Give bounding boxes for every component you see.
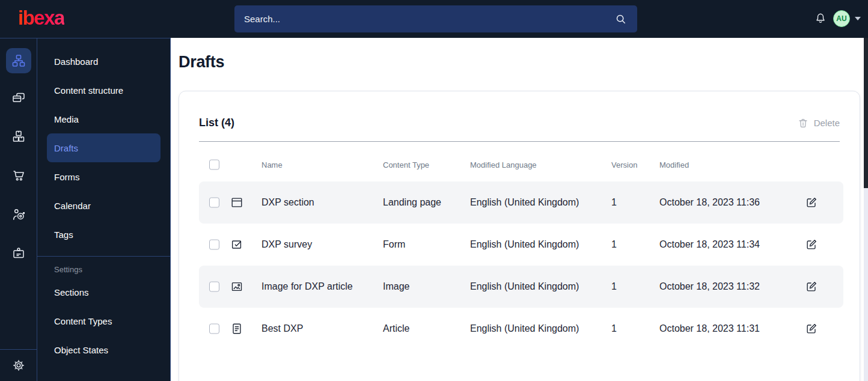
delete-label: Delete — [814, 118, 840, 128]
avatar[interactable]: AU — [833, 10, 850, 27]
table-row[interactable]: Best DXP Article English (United Kingdom… — [199, 308, 843, 350]
cell-name: DXP section — [261, 197, 314, 208]
edit-button[interactable] — [805, 280, 818, 293]
table-row[interactable]: Image for DXP article Image English (Uni… — [199, 266, 843, 308]
cell-modified-language: English (United Kingdom) — [470, 239, 579, 250]
cell-version: 1 — [611, 323, 617, 334]
page-title: Drafts — [179, 52, 224, 72]
landing-page-icon — [230, 196, 243, 209]
bell-icon[interactable] — [814, 12, 827, 25]
cell-version: 1 — [611, 281, 617, 292]
header-content-type: Content Type — [383, 160, 429, 169]
sidebar-item-content-types[interactable]: Content Types — [47, 306, 160, 335]
cell-content-type: Landing page — [383, 197, 441, 208]
cell-modified-language: English (United Kingdom) — [470, 197, 579, 208]
cell-content-type: Form — [383, 239, 405, 250]
sidebar-item-media[interactable]: Media — [47, 105, 160, 133]
table-row[interactable]: DXP survey Form English (United Kingdom)… — [199, 224, 843, 266]
sidebar-item-drafts[interactable]: Drafts — [47, 133, 160, 162]
cell-modified: October 18, 2023 11:34 — [659, 239, 760, 250]
article-icon — [230, 322, 243, 335]
table-divider — [199, 141, 840, 142]
chevron-down-icon[interactable] — [855, 17, 861, 20]
cell-name: Image for DXP article — [261, 281, 353, 292]
edit-button[interactable] — [805, 238, 818, 251]
header-modified: Modified — [659, 160, 689, 169]
icon-rail — [0, 38, 37, 381]
cell-name: Best DXP — [261, 323, 303, 334]
sidebar-item-object-states[interactable]: Object States — [47, 335, 160, 364]
pages-icon[interactable] — [6, 85, 31, 111]
cell-version: 1 — [611, 197, 617, 208]
table-header-row: Name Content Type Modified Language Vers… — [199, 154, 843, 175]
settings-heading: Settings — [37, 257, 170, 278]
edit-button[interactable] — [805, 196, 818, 209]
row-checkbox[interactable] — [209, 198, 219, 208]
products-boxes-icon[interactable] — [6, 124, 31, 149]
personalization-target-icon[interactable] — [6, 202, 31, 227]
header-modified-language: Modified Language — [470, 160, 537, 169]
ibexa-logo[interactable]: ibexa — [18, 7, 64, 29]
commerce-cart-icon[interactable] — [6, 163, 31, 188]
vertical-scrollbar-thumb[interactable] — [864, 38, 868, 188]
row-checkbox[interactable] — [209, 282, 219, 292]
sidebar-item-dashboard[interactable]: Dashboard — [47, 47, 160, 76]
cell-modified-language: English (United Kingdom) — [470, 323, 579, 334]
row-checkbox[interactable] — [209, 324, 219, 334]
trash-icon — [798, 118, 808, 129]
cell-version: 1 — [611, 239, 617, 250]
cell-content-type: Article — [383, 323, 409, 334]
app-root: ibexa AU — [0, 0, 868, 381]
rail-divider — [0, 349, 37, 350]
sidebar-item-content-structure[interactable]: Content structure — [47, 76, 160, 105]
row-checkbox[interactable] — [209, 240, 219, 250]
main-content: Drafts List (4) Delete — [171, 38, 868, 381]
vertical-scrollbar-track — [864, 38, 868, 381]
drafts-card: List (4) Delete Name Cont — [179, 91, 860, 381]
content-sitemap-icon[interactable] — [6, 48, 31, 73]
cell-modified: October 18, 2023 11:36 — [659, 197, 760, 208]
header-version: Version — [611, 160, 637, 169]
sidebar-item-tags[interactable]: Tags — [47, 220, 160, 249]
topbar: ibexa AU — [0, 0, 868, 38]
search-input[interactable] — [244, 14, 614, 24]
sidebar-item-sections[interactable]: Sections — [47, 278, 160, 306]
header-name: Name — [261, 160, 283, 169]
sidebar-item-calendar[interactable]: Calendar — [47, 191, 160, 220]
global-search[interactable] — [234, 5, 637, 32]
search-icon[interactable] — [614, 13, 628, 26]
edit-button[interactable] — [805, 322, 818, 335]
cell-modified: October 18, 2023 11:32 — [659, 281, 760, 292]
delete-button[interactable]: Delete — [798, 118, 840, 129]
table-row[interactable]: DXP section Landing page English (United… — [199, 181, 843, 224]
badge-icon[interactable] — [6, 240, 31, 266]
settings-gear-icon[interactable] — [6, 353, 31, 378]
cell-modified: October 18, 2023 11:31 — [659, 323, 760, 334]
cell-content-type: Image — [383, 281, 409, 292]
form-icon — [230, 238, 243, 251]
cell-modified-language: English (United Kingdom) — [470, 281, 579, 292]
list-title: List (4) — [199, 117, 234, 129]
sidebar-item-forms[interactable]: Forms — [47, 162, 160, 191]
cell-name: DXP survey — [261, 239, 312, 250]
image-icon — [230, 280, 243, 293]
select-all-checkbox[interactable] — [209, 160, 219, 170]
sidebar-menu: Dashboard Content structure Media Drafts… — [37, 38, 171, 381]
